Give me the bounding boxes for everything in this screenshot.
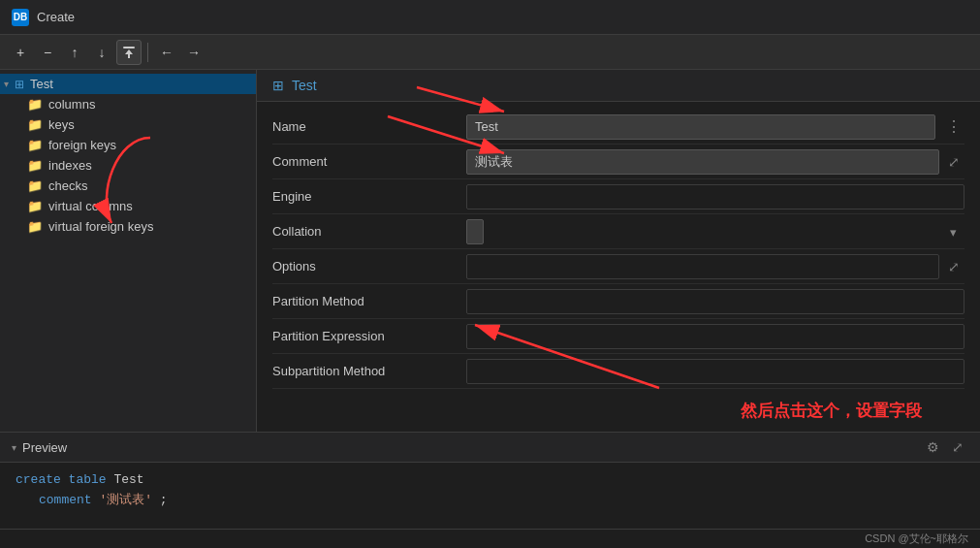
preview-chevron-icon: ▾ [12,442,16,453]
form-row-subpartition-method: Subpartition Method [272,354,964,389]
table-icon: ⊞ [15,78,24,91]
value-partition-expression [466,324,964,349]
preview-settings-button[interactable]: ⚙ [922,436,943,458]
move-up-button[interactable]: ↑ [62,40,87,65]
form-row-collation: Collation [272,214,964,249]
forward-button[interactable]: → [181,40,206,65]
input-comment[interactable] [466,149,939,175]
label-options: Options [272,253,466,279]
remove-button[interactable]: − [35,40,60,65]
sidebar-item-checks-label: checks [48,178,87,193]
sidebar-item-keys[interactable]: 📁 keys [0,114,256,135]
folder-icon: 📁 [27,219,43,234]
folder-icon: 📁 [27,158,43,173]
value-name: ⋮ [466,114,964,140]
label-engine: Engine [272,183,466,210]
expand-comment-button[interactable]: ⤢ [943,151,964,173]
sidebar: ▾ ⊞ Test 📁 columns 📁 keys 📁 foreign keys… [0,70,257,432]
input-subpartition-method[interactable] [466,359,964,384]
folder-icon: 📁 [27,199,43,213]
app-icon: DB [12,9,29,26]
input-engine[interactable] [466,184,964,210]
value-comment: ⤢ [466,149,964,175]
title-bar: DB Create [0,0,980,35]
add-button[interactable]: + [8,40,33,65]
input-partition-expression[interactable] [466,324,964,349]
sidebar-item-indexes[interactable]: 📁 indexes [0,155,256,176]
select-collation[interactable] [466,219,484,244]
sidebar-item-fk-label: foreign keys [48,138,116,152]
code-line-2: comment '测试表' ; [16,491,964,511]
preview-fullscreen-button[interactable]: ⤢ [947,436,968,458]
form-area: Name ⋮ Comment ⤢ Engine [257,102,980,397]
sidebar-item-checks[interactable]: 📁 checks [0,176,256,196]
sidebar-item-columns[interactable]: 📁 columns [0,94,256,114]
sidebar-root-item[interactable]: ▾ ⊞ Test [0,74,256,94]
sidebar-item-vfk-label: virtual foreign keys [48,219,153,234]
form-row-options: Options ⤢ [272,249,964,284]
sidebar-item-virtual-columns[interactable]: 📁 virtual columns [0,196,256,216]
code-comment-string: '测试表' [99,493,152,507]
folder-icon: 📁 [27,117,43,132]
move-top-button[interactable] [116,40,142,65]
content-area: ⊞ Test Name ⋮ Comment ⤢ [257,70,980,432]
back-button[interactable]: ← [154,40,179,65]
move-down-button[interactable]: ↓ [89,40,114,65]
preview-header[interactable]: ▾ Preview ⚙ ⤢ [0,433,980,463]
main-layout: ▾ ⊞ Test 📁 columns 📁 keys 📁 foreign keys… [0,70,980,432]
sidebar-item-foreign-keys[interactable]: 📁 foreign keys [0,135,256,155]
svg-rect-0 [123,47,135,48]
folder-icon: 📁 [27,138,43,152]
folder-icon: 📁 [27,97,43,112]
status-text: CSDN @艾伦~耶格尔 [865,532,968,544]
form-row-partition-expression: Partition Expression [272,319,964,354]
content-header: ⊞ Test [257,70,980,102]
sidebar-item-columns-label: columns [48,97,95,112]
form-row-comment: Comment ⤢ [272,145,964,179]
code-table-name: Test [113,472,143,487]
expand-options-button[interactable]: ⤢ [943,256,964,277]
sidebar-item-indexes-label: indexes [48,158,92,173]
value-options: ⤢ [466,254,964,279]
value-engine [466,184,964,210]
label-name: Name [272,113,466,140]
folder-icon: 📁 [27,178,43,193]
input-partition-method[interactable] [466,289,964,314]
title-bar-title: Create [37,10,75,24]
input-options[interactable] [466,254,939,279]
sidebar-item-keys-label: keys [48,117,75,132]
more-options-button[interactable]: ⋮ [943,116,964,138]
label-comment: Comment [272,148,466,175]
label-subpartition-method: Subpartition Method [272,358,466,384]
sidebar-root-label: Test [30,77,53,91]
sidebar-item-virtual-fk[interactable]: 📁 virtual foreign keys [0,216,256,237]
label-partition-method: Partition Method [272,288,466,314]
preview-actions: ⚙ ⤢ [922,436,968,458]
content-header-title: Test [292,78,317,93]
toolbar-separator [147,43,148,62]
input-name[interactable] [466,114,935,140]
content-header-table-icon: ⊞ [272,78,284,93]
preview-body: create table Test comment '测试表' ; [0,463,980,519]
chevron-icon: ▾ [4,79,9,89]
form-row-partition-method: Partition Method [272,284,964,319]
value-subpartition-method [466,359,964,384]
toolbar: + − ↑ ↓ ← → [0,35,980,70]
code-line-1: create table Test [16,470,964,491]
preview-title: Preview [22,440,67,455]
value-partition-method [466,289,964,314]
value-collation [466,219,964,244]
status-bar: CSDN @艾伦~耶格尔 [0,529,980,548]
collation-select-wrapper [466,219,964,244]
label-partition-expression: Partition Expression [272,323,466,349]
label-collation: Collation [272,218,466,244]
form-row-engine: Engine [272,179,964,214]
sidebar-item-vc-label: virtual columns [48,199,133,213]
code-semicolon: ; [160,493,168,507]
form-row-name: Name ⋮ [272,110,964,145]
code-keyword-comment: comment [39,493,92,507]
code-keyword-create: create table [16,472,107,487]
